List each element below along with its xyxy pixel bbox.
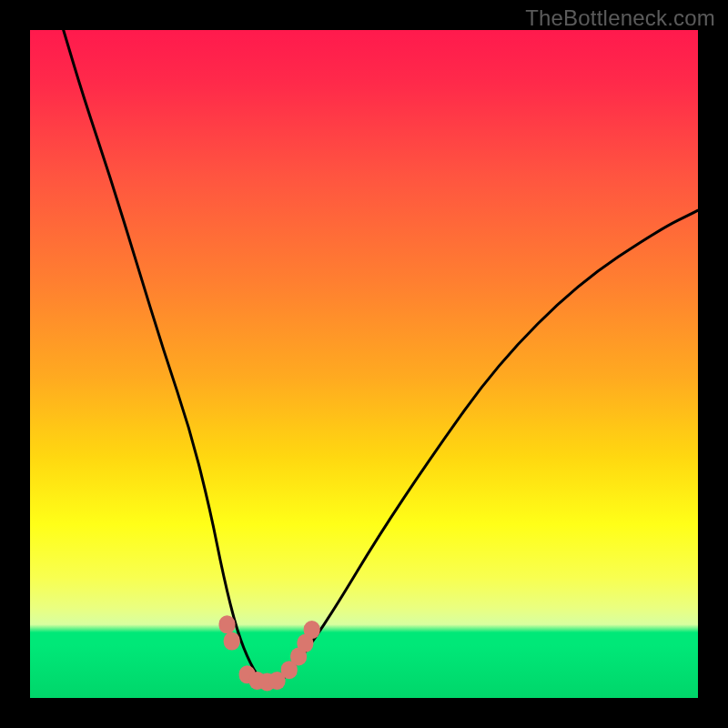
curve-marker [219, 615, 236, 633]
curve-marker [304, 621, 320, 639]
bottleneck-curve-path [64, 30, 698, 684]
plot-area [30, 30, 698, 698]
bottleneck-curve-svg [30, 30, 698, 698]
chart-stage: TheBottleneck.com [0, 0, 728, 728]
curve-marker [224, 632, 240, 651]
curve-markers [219, 615, 320, 691]
watermark-text: TheBottleneck.com [525, 5, 715, 31]
